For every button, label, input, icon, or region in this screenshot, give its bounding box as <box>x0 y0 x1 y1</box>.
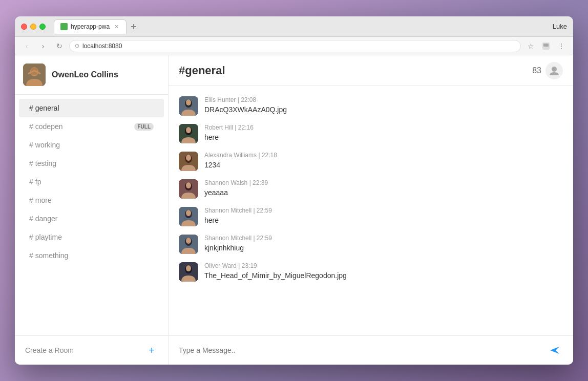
sidebar-item-general[interactable]: # general <box>19 99 164 117</box>
message-avatar <box>179 124 198 143</box>
message-header: Alexandra Williams | 22:18 <box>204 152 563 159</box>
browser-tab[interactable]: hyperapp-pwa ✕ <box>54 19 127 34</box>
message-text: kjnkjnhkhiug <box>204 243 563 253</box>
address-text: localhost:8080 <box>82 43 122 50</box>
message-header: Shannon Mitchell | 22:59 <box>204 235 563 242</box>
message-header: Oliver Ward | 23:19 <box>204 262 563 269</box>
channel-list: # general # codepen FULL # working # tes… <box>15 95 168 335</box>
chat-header: #general 83 <box>169 55 573 86</box>
sidebar-item-working[interactable]: # working <box>19 136 164 154</box>
avatar <box>23 64 46 86</box>
account-button[interactable] <box>539 39 553 53</box>
message-avatar <box>179 235 198 254</box>
sidebar-item-something[interactable]: # something <box>19 246 164 265</box>
message-author: Robert Hill <box>204 124 233 131</box>
channel-name-text: # testing <box>29 159 56 167</box>
message-time: 22:59 <box>257 207 272 214</box>
message-avatar <box>179 207 198 226</box>
hash-symbol: # <box>29 122 33 131</box>
svg-point-28 <box>186 265 191 271</box>
message-avatar <box>179 152 198 171</box>
message-author: Alexandra Williams <box>204 152 257 159</box>
reload-button[interactable]: ↻ <box>53 39 66 53</box>
message-text: here <box>204 133 563 143</box>
message-item: Oliver Ward | 23:19 The_Head_of_Mimir_by… <box>179 258 563 286</box>
message-content: Alexandra Williams | 22:18 1234 <box>204 152 563 171</box>
sidebar-item-playtime[interactable]: # playtime <box>19 228 164 246</box>
channel-name-text: # fp <box>29 178 41 186</box>
nav-actions: ☆ ⋮ <box>524 39 568 53</box>
maximize-button[interactable] <box>39 24 46 30</box>
sidebar-item-danger[interactable]: # danger <box>19 209 164 228</box>
sidebar-item-testing[interactable]: # testing <box>19 154 164 173</box>
sidebar-footer: Create a Room + <box>15 335 168 365</box>
hash-symbol: # <box>29 215 33 223</box>
hash-symbol: # <box>29 233 33 241</box>
traffic-lights <box>21 24 46 30</box>
svg-point-25 <box>186 238 191 244</box>
sidebar-item-codepen[interactable]: # codepen FULL <box>19 117 164 136</box>
hash-symbol: # <box>29 178 33 186</box>
message-item: Ellis Hunter | 22:08 DRAcQ3XWkAAzA0Q.jpg <box>179 92 563 120</box>
message-item: Robert Hill | 22:16 here <box>179 120 563 147</box>
hash-symbol: # <box>29 104 33 112</box>
message-input[interactable] <box>179 346 541 354</box>
svg-point-10 <box>186 99 191 105</box>
app-content: OwenLeo Collins # general # codepen FULL… <box>15 55 573 365</box>
hash-symbol: # <box>29 141 33 149</box>
message-author: Oliver Ward <box>204 262 237 269</box>
send-button[interactable] <box>547 342 563 358</box>
message-item: Shannon Walsh | 22:39 yeaaaa <box>179 175 563 203</box>
bookmark-button[interactable]: ☆ <box>524 39 537 53</box>
member-count: 83 <box>532 66 541 75</box>
forward-button[interactable]: › <box>36 39 50 53</box>
message-item: Shannon Mitchell | 22:59 here <box>179 203 563 230</box>
message-content: Oliver Ward | 23:19 The_Head_of_Mimir_by… <box>204 262 563 281</box>
message-avatar <box>179 262 198 282</box>
message-header: Robert Hill | 22:16 <box>204 124 563 131</box>
channel-badge: FULL <box>134 123 154 131</box>
message-header: Ellis Hunter | 22:08 <box>204 96 563 103</box>
tab-title: hyperapp-pwa <box>71 23 110 30</box>
message-avatar <box>179 179 198 199</box>
back-button[interactable]: ‹ <box>20 39 33 53</box>
message-time: 22:59 <box>257 235 272 242</box>
channel-name-text: # something <box>29 251 68 260</box>
sidebar: OwenLeo Collins # general # codepen FULL… <box>15 55 169 365</box>
chat-input-area <box>169 335 573 365</box>
close-button[interactable] <box>21 24 27 30</box>
sidebar-item-fp[interactable]: # fp <box>19 173 164 191</box>
message-time: 23:19 <box>242 262 257 269</box>
menu-button[interactable]: ⋮ <box>555 39 568 53</box>
tab-close-button[interactable]: ✕ <box>113 23 120 30</box>
channel-name-text: # more <box>29 196 52 204</box>
channel-name-text: # playtime <box>29 233 62 241</box>
channel-label: danger <box>35 215 58 223</box>
minimize-button[interactable] <box>30 24 36 30</box>
browser-user-name: Luke <box>553 23 567 30</box>
channel-name-text: # general <box>29 104 59 112</box>
message-text: here <box>204 216 563 226</box>
message-time: 22:18 <box>262 152 277 159</box>
message-content: Shannon Mitchell | 22:59 here <box>204 207 563 226</box>
sidebar-item-more[interactable]: # more <box>19 191 164 209</box>
channel-label: working <box>35 141 60 149</box>
address-bar[interactable]: ⊙ localhost:8080 <box>69 40 521 52</box>
message-content: Shannon Walsh | 22:39 yeaaaa <box>204 179 563 198</box>
svg-point-19 <box>186 182 191 188</box>
message-author: Shannon Mitchell <box>204 207 251 214</box>
create-room-button[interactable]: + <box>145 344 158 356</box>
create-room-label: Create a Room <box>25 346 74 354</box>
svg-rect-1 <box>131 26 136 27</box>
message-time: 22:08 <box>241 96 256 103</box>
message-item: Shannon Mitchell | 22:59 kjnkjnhkhiug <box>179 230 563 258</box>
message-text: yeaaaa <box>204 188 563 198</box>
new-tab-button[interactable] <box>127 19 141 34</box>
channel-name-text: # danger <box>29 215 57 223</box>
message-time: 22:16 <box>238 124 254 131</box>
members-icon[interactable] <box>545 62 563 79</box>
message-content: Robert Hill | 22:16 here <box>204 124 563 143</box>
svg-point-16 <box>186 155 191 161</box>
channel-title: #general <box>179 64 225 77</box>
message-text: The_Head_of_Mimir_by_MiguelRegodon.jpg <box>204 271 563 281</box>
